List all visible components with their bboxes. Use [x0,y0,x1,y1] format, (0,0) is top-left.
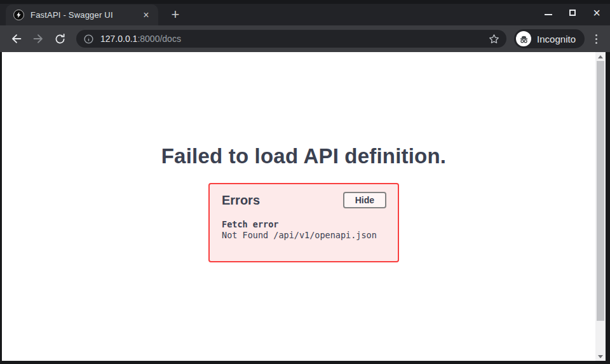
errors-panel: Errors Hide Fetch error Not Found /api/v… [208,183,399,262]
close-icon[interactable]: × [592,8,601,17]
browser-toolbar: 127.0.0.1:8000/docs Incognito [0,25,610,52]
new-tab-icon[interactable]: + [166,6,184,24]
error-name: Fetch error [222,219,386,230]
site-info-icon[interactable] [83,34,94,44]
minimize-icon[interactable] [544,8,553,17]
incognito-badge: Incognito [514,29,585,48]
bookmark-star-icon[interactable] [488,33,500,45]
scroll-up-icon[interactable] [595,52,606,61]
menu-icon[interactable] [590,30,602,48]
page-content: Failed to load API definition. Errors Hi… [2,52,606,361]
url-path: :8000/docs [137,34,181,44]
page-title: Failed to load API definition. [2,144,606,168]
incognito-label: Incognito [537,34,576,44]
swagger-ui-page: Failed to load API definition. Errors Hi… [2,52,606,262]
maximize-icon[interactable] [568,8,577,17]
url-text: 127.0.0.1:8000/docs [100,34,181,44]
error-item: Fetch error Not Found /api/v1/openapi.js… [222,219,386,241]
error-message: Not Found /api/v1/openapi.json [222,230,386,241]
browser-tab[interactable]: FastAPI - Swagger UI × [6,4,158,25]
errors-title: Errors [222,193,260,208]
fastapi-favicon-icon [13,10,24,20]
tab-title: FastAPI - Swagger UI [30,10,140,20]
browser-window: FastAPI - Swagger UI × + × [0,0,610,364]
window-controls: × [544,0,604,25]
scrollbar-thumb[interactable] [597,61,604,321]
tab-strip: FastAPI - Swagger UI × + × [0,0,610,25]
address-bar[interactable]: 127.0.0.1:8000/docs [76,30,506,48]
scrollbar[interactable] [595,52,606,361]
scroll-down-icon[interactable] [595,352,606,361]
reload-icon[interactable] [51,30,69,48]
url-host: 127.0.0.1 [100,34,137,44]
back-icon[interactable] [8,30,25,48]
incognito-icon [516,31,531,46]
forward-icon[interactable] [29,30,47,48]
hide-errors-button[interactable]: Hide [343,192,386,208]
tab-close-icon[interactable]: × [140,10,152,21]
errors-header: Errors Hide [222,192,386,208]
